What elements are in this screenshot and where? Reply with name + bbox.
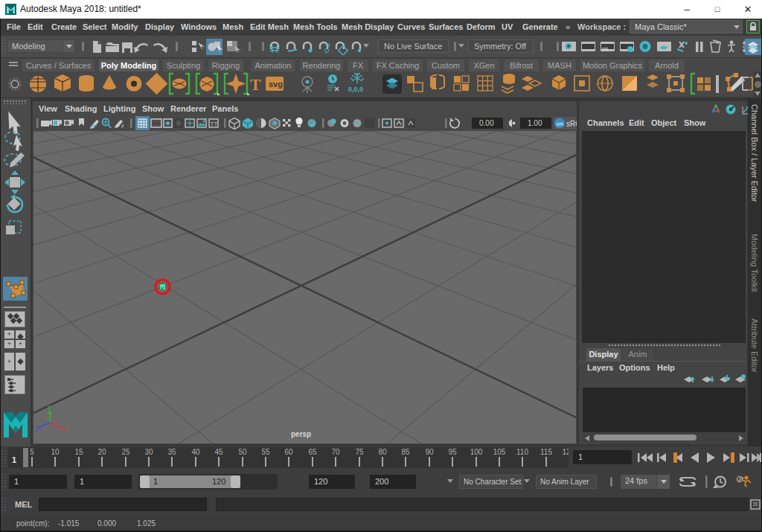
svg-text:50: 50	[238, 448, 247, 456]
svg-text:svg: svg	[269, 80, 283, 89]
svg-text:80: 80	[378, 448, 387, 456]
svg-text:y: y	[48, 403, 51, 410]
svg-text:85: 85	[401, 448, 410, 456]
svg-text:75: 75	[355, 448, 364, 456]
svg-text:z: z	[35, 426, 38, 433]
svg-text:110: 110	[516, 448, 528, 456]
svg-text:x: x	[64, 426, 67, 433]
svg-text:65: 65	[308, 448, 317, 456]
svg-text:0.00: 0.00	[479, 119, 494, 127]
svg-text:persp: persp	[291, 430, 311, 438]
svg-text:55: 55	[261, 448, 270, 456]
svg-text:10: 10	[51, 448, 60, 456]
svg-text:IPR: IPR	[602, 47, 609, 51]
svg-text:70: 70	[331, 448, 340, 456]
svg-text:5: 5	[30, 448, 34, 456]
svg-text:TT: TT	[211, 121, 218, 127]
svg-text:1.00: 1.00	[528, 119, 542, 127]
svg-text:12: 12	[562, 448, 569, 456]
svg-text:100: 100	[470, 448, 483, 456]
svg-text:115: 115	[540, 448, 552, 456]
svg-text:20: 20	[97, 448, 106, 456]
svg-text:60: 60	[284, 448, 293, 456]
svg-text:1: 1	[12, 455, 16, 464]
svg-text:30: 30	[144, 448, 153, 456]
svg-text:35: 35	[167, 448, 176, 456]
svg-text:0,0,0: 0,0,0	[348, 86, 363, 93]
svg-text:45: 45	[214, 448, 223, 456]
svg-text:25: 25	[121, 448, 130, 456]
svg-text:95: 95	[448, 448, 457, 456]
svg-text:15: 15	[74, 448, 83, 456]
svg-text:90: 90	[425, 448, 434, 456]
svg-text:40: 40	[191, 448, 200, 456]
svg-text:cm: cm	[557, 121, 564, 126]
svg-text:105: 105	[493, 448, 506, 456]
svg-text:sRGB gam: sRGB gam	[566, 120, 577, 128]
svg-text:T: T	[250, 75, 261, 94]
